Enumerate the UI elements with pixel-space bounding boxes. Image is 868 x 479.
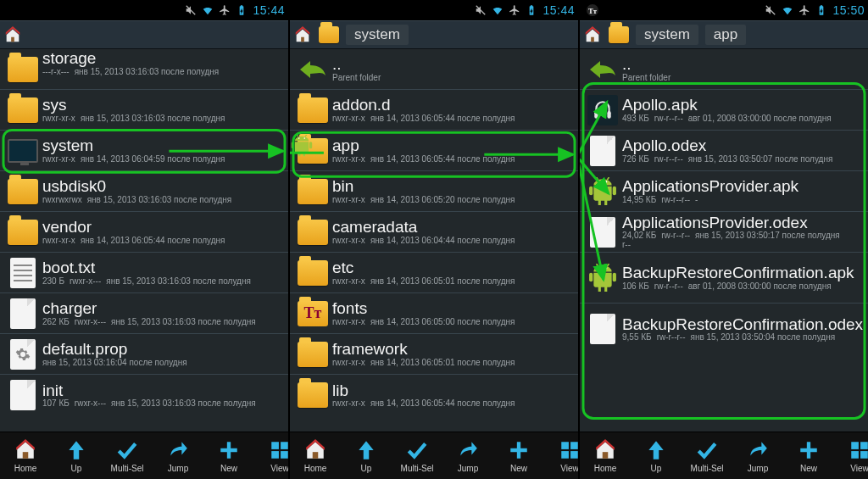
view-icon — [848, 438, 868, 462]
view-button[interactable]: View — [254, 432, 288, 479]
file-meta: rwxr-xr-xянв 14, 2013 06:04:59 после пол… — [42, 154, 285, 164]
bottom-toolbar: HomeUpMulti-SelJumpNewView — [580, 432, 868, 479]
file-name: sys — [42, 97, 285, 114]
file-meta: ---r-x---янв 15, 2013 03:16:03 после пол… — [42, 67, 285, 76]
view-icon — [268, 438, 288, 462]
new-button[interactable]: New — [783, 432, 834, 479]
folder-icon — [298, 138, 328, 164]
file-name: Apollo.odex — [622, 137, 865, 154]
view-button[interactable]: View — [544, 432, 578, 479]
multi-button[interactable]: Multi-Sel — [102, 432, 153, 479]
folder-icon — [298, 260, 328, 286]
multi-button[interactable]: Multi-Sel — [682, 432, 732, 479]
bottom-toolbar: HomeUpMulti-SelJumpNewViewB — [290, 432, 578, 479]
toolbar-label: Home — [594, 464, 617, 473]
file-list[interactable]: .. Parent folder addon.d rwxr-xr-xянв 14… — [290, 49, 578, 432]
file-name: Apollo.apk — [622, 97, 865, 114]
home-path-icon[interactable] — [3, 25, 22, 44]
file-name: BackupRestoreConfirmation.odex — [622, 316, 865, 333]
folder-icon — [8, 220, 38, 245]
svg-rect-12 — [301, 37, 304, 42]
home-path-icon[interactable] — [583, 25, 602, 44]
new-button[interactable]: New — [203, 432, 254, 479]
file-meta: 14,95 КБrw-r--r--- — [622, 195, 865, 204]
svg-rect-50 — [851, 442, 859, 449]
svg-point-44 — [598, 267, 600, 269]
svg-rect-35 — [607, 111, 610, 119]
svg-rect-25 — [570, 451, 578, 459]
file-icon — [10, 298, 36, 329]
home-button[interactable]: Home — [0, 432, 51, 479]
folder-path-icon — [609, 26, 629, 43]
file-row[interactable]: boot.txt 230 Бrwxr-x---янв 15, 2013 03:1… — [0, 253, 288, 293]
path-bar[interactable] — [0, 20, 288, 49]
file-row[interactable]: usbdisk0 rwxrwxrwxянв 15, 2013 03:16:03 … — [0, 171, 288, 212]
folder-icon — [298, 97, 328, 123]
file-row[interactable]: bin rwxr-xr-xянв 14, 2013 06:05:20 после… — [290, 171, 578, 212]
clock: 15:44 — [253, 3, 285, 17]
file-row[interactable]: storage ---r-x---янв 15, 2013 03:16:03 п… — [0, 49, 288, 90]
new-button[interactable]: New — [493, 432, 544, 479]
file-row[interactable]: framework rwxr-xr-xянв 14, 2013 06:05:01… — [290, 334, 578, 375]
up-button[interactable]: Up — [341, 432, 392, 479]
file-meta: rwxr-xr-xянв 14, 2013 06:05:44 после пол… — [42, 236, 285, 245]
svg-rect-3 — [23, 452, 29, 459]
file-list[interactable]: .. Parent folder Apollo.apk 493 КБrw-r--… — [580, 49, 868, 432]
file-row[interactable]: lib rwxr-xr-xянв 14, 2013 06:05:44 после… — [290, 375, 578, 415]
breadcrumb[interactable]: system — [346, 25, 409, 45]
up-button[interactable]: Up — [51, 432, 102, 479]
jump-button[interactable]: Jump — [442, 432, 493, 479]
file-row[interactable]: addon.d rwxr-xr-xянв 14, 2013 06:05:44 п… — [290, 90, 578, 131]
file-row[interactable]: init 107 КБrwxr-x---янв 15, 2013 03:16:0… — [0, 375, 288, 415]
breadcrumb[interactable]: system — [636, 25, 698, 45]
file-row[interactable]: etc rwxr-xr-xянв 14, 2013 06:05:01 после… — [290, 253, 578, 293]
file-row[interactable]: app rwxr-xr-xянв 14, 2013 06:05:44 после… — [290, 131, 578, 171]
parent-folder-row[interactable]: .. Parent folder — [580, 49, 868, 90]
home-button[interactable]: Home — [580, 432, 631, 479]
file-row[interactable]: cameradata rwxr-xr-xянв 14, 2013 06:04:4… — [290, 212, 578, 253]
file-name: etc — [332, 259, 575, 276]
file-row[interactable]: Apollo.apk 493 КБrw-r--r--авг 01, 2008 0… — [580, 90, 868, 131]
path-bar[interactable]: system — [290, 20, 578, 49]
folder-path-icon — [319, 26, 339, 43]
file-row[interactable]: Apollo.odex 726 КБrw-r--r--янв 15, 2013 … — [580, 131, 868, 171]
file-row[interactable]: default.prop янв 15, 2013 03:16:04 после… — [0, 334, 288, 375]
file-row[interactable]: vendor rwxr-xr-xянв 14, 2013 06:05:44 по… — [0, 212, 288, 253]
file-row[interactable]: sys rwxr-xr-xянв 15, 2013 03:16:03 после… — [0, 90, 288, 131]
jump-button[interactable]: Jump — [732, 432, 783, 479]
breadcrumb[interactable]: app — [705, 25, 746, 45]
file-name: bin — [332, 178, 575, 195]
svg-rect-32 — [591, 37, 594, 42]
file-row[interactable]: system rwxr-xr-xянв 14, 2013 06:04:59 по… — [0, 131, 288, 171]
home-button[interactable]: Home — [290, 432, 341, 479]
up-button[interactable]: Up — [631, 432, 682, 479]
new-icon — [217, 438, 241, 462]
file-row[interactable]: ApplicationsProvider.odex 24,02 КБrw-r--… — [580, 212, 868, 253]
jump-button[interactable]: Jump — [153, 432, 203, 479]
file-icon — [590, 314, 615, 344]
file-name: charger — [42, 300, 285, 317]
file-icon — [590, 136, 615, 166]
file-row[interactable]: BackupRestoreConfirmation.apk 106 КБrw-r… — [580, 253, 868, 304]
svg-rect-24 — [561, 451, 569, 459]
svg-rect-42 — [589, 272, 593, 281]
file-list[interactable]: storage ---r-x---янв 15, 2013 03:16:03 п… — [0, 49, 288, 432]
clock: 15:50 — [832, 3, 865, 17]
file-row[interactable]: charger 262 КБrwxr-x---янв 15, 2013 03:1… — [0, 293, 288, 334]
file-row[interactable]: ApplicationsProvider.apk 14,95 КБrw-r--r… — [580, 171, 868, 212]
path-bar[interactable]: systemapp — [580, 20, 868, 49]
file-row[interactable]: Tт fonts rwxr-xr-xянв 14, 2013 06:05:00 … — [290, 293, 578, 334]
file-name: ApplicationsProvider.apk — [622, 178, 865, 195]
file-row[interactable]: BackupRestoreConfirmation.odex 9,55 КБrw… — [580, 304, 868, 354]
fonts-folder-icon: Tт — [298, 301, 328, 326]
svg-rect-5 — [271, 442, 279, 449]
file-name: storage — [42, 50, 285, 67]
multi-button[interactable]: Multi-Sel — [392, 432, 442, 479]
svg-line-41 — [607, 177, 609, 180]
svg-text:Tт: Tт — [588, 7, 598, 15]
home-path-icon[interactable] — [293, 25, 312, 44]
parent-folder-row[interactable]: .. Parent folder — [290, 49, 578, 90]
file-meta: rwxr-xr-xянв 14, 2013 06:05:01 после пол… — [332, 276, 575, 286]
view-button[interactable]: View — [834, 432, 868, 479]
file-icon — [10, 380, 36, 410]
